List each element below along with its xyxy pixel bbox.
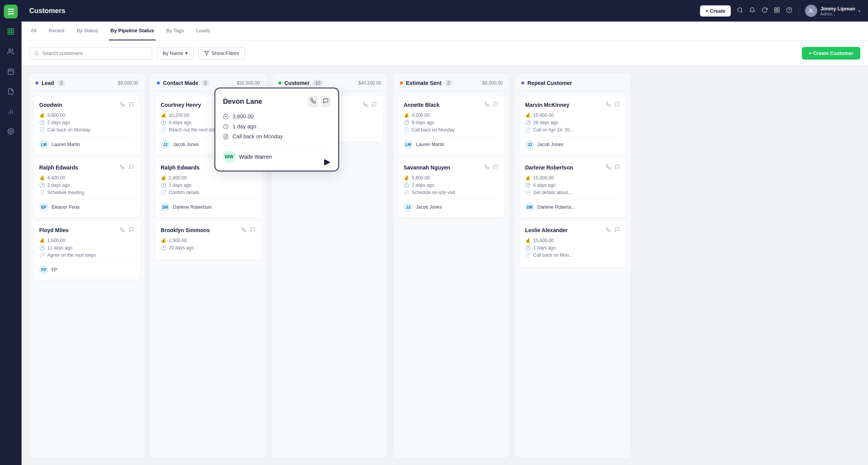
search-icon[interactable] bbox=[737, 7, 743, 15]
card-message-button[interactable] bbox=[249, 226, 256, 234]
card-message-button[interactable] bbox=[492, 101, 499, 109]
card-call-button[interactable] bbox=[119, 226, 126, 234]
col-count: 3 bbox=[57, 80, 65, 86]
card-footer: JJ Jacob Jones bbox=[525, 136, 620, 149]
card-item[interactable]: Goodwin 💰 3,600.00 bbox=[34, 96, 140, 154]
dollar-icon: 💰 bbox=[161, 113, 166, 118]
user-name: Jimmy Lipman bbox=[820, 6, 855, 12]
card-message-button[interactable] bbox=[128, 101, 135, 109]
card-call-button[interactable] bbox=[119, 164, 126, 171]
card-note-row: 📄 Get details about... bbox=[525, 190, 620, 195]
dollar-icon: 💰 bbox=[525, 175, 531, 181]
tab-all[interactable]: All bbox=[29, 22, 38, 40]
logo[interactable] bbox=[4, 5, 18, 18]
sidebar-icon-settings[interactable] bbox=[4, 125, 18, 138]
avatar: JJ bbox=[525, 140, 534, 149]
col-cards: Marvin McKinney 💰 15,600.00 bbox=[515, 91, 630, 457]
card-actions bbox=[119, 164, 135, 171]
card-call-button[interactable] bbox=[484, 101, 490, 109]
col-title: Lead bbox=[42, 80, 54, 86]
popup-message-button[interactable] bbox=[321, 96, 331, 107]
popup-time-row: 1 day ago bbox=[223, 123, 331, 130]
dollar-icon: 💰 bbox=[161, 175, 166, 181]
filter-button[interactable]: Show Filters bbox=[198, 47, 245, 60]
card-item[interactable]: Annette Black 💰 4,200.00 bbox=[398, 96, 504, 154]
card-amount: 4,400.00 bbox=[47, 175, 65, 181]
sidebar-icon-menu[interactable] bbox=[4, 25, 18, 38]
card-call-button[interactable] bbox=[119, 101, 126, 109]
sidebar-icon-contacts[interactable] bbox=[4, 45, 18, 58]
card-message-button[interactable] bbox=[371, 101, 377, 109]
card-header: Annette Black bbox=[404, 101, 499, 109]
clock-icon: 🕐 bbox=[39, 120, 45, 125]
tab-by-tags[interactable]: By Tags bbox=[165, 22, 186, 40]
card-customer-name: Floyd Miles bbox=[39, 227, 68, 233]
notification-icon[interactable] bbox=[749, 7, 755, 15]
user-info[interactable]: JL Jimmy Lipman Admin ▾ bbox=[805, 5, 860, 17]
card-call-button[interactable] bbox=[362, 101, 369, 109]
card-message-button[interactable] bbox=[614, 226, 620, 234]
card-time-row: 🕐 6 days ago bbox=[525, 183, 620, 188]
card-actions bbox=[362, 101, 377, 109]
search-box[interactable] bbox=[29, 47, 152, 60]
tab-by-pipeline-status[interactable]: By Pipeline Status bbox=[109, 22, 155, 40]
card-call-button[interactable] bbox=[241, 226, 247, 234]
card-customer-name: Annette Black bbox=[404, 102, 439, 108]
card-note: Reach out the next day bbox=[169, 127, 216, 133]
tab-leads[interactable]: Leads bbox=[195, 22, 211, 40]
filter-bar: By Name ▾ Show Filters + Create Customer bbox=[22, 41, 868, 66]
sort-button[interactable]: By Name ▾ bbox=[157, 47, 194, 60]
card-time-ago: 2 days ago bbox=[47, 120, 70, 125]
card-call-button[interactable] bbox=[605, 101, 612, 109]
sidebar-icon-reports[interactable] bbox=[4, 105, 18, 118]
svg-rect-12 bbox=[777, 8, 779, 10]
card-note-row: 📄 Call on Apr 24, 20... bbox=[525, 127, 620, 133]
create-customer-button[interactable]: + Create Customer bbox=[802, 47, 860, 60]
clock-icon bbox=[223, 124, 229, 130]
tab-recent[interactable]: Recent bbox=[47, 22, 66, 40]
card-time-ago: 6 days ago bbox=[169, 120, 191, 125]
card-item[interactable]: Brooklyn Simmons 💰 2,500.00 bbox=[155, 221, 261, 260]
chevron-down-icon: ▾ bbox=[858, 9, 860, 13]
card-item[interactable]: Floyd Miles 💰 1,600.00 bbox=[34, 221, 140, 280]
avatar: LM bbox=[404, 140, 413, 149]
search-input[interactable] bbox=[42, 50, 147, 56]
sidebar-icon-files[interactable] bbox=[4, 85, 18, 98]
card-call-button[interactable] bbox=[605, 164, 612, 171]
card-item[interactable]: Leslie Alexander 💰 15,600.00 bbox=[520, 221, 626, 267]
card-time-ago: 1 days ago bbox=[533, 245, 556, 251]
card-call-button[interactable] bbox=[605, 226, 612, 234]
card-customer-name: Marvin McKinney bbox=[525, 102, 569, 108]
card-message-button[interactable] bbox=[614, 101, 620, 109]
card-message-button[interactable] bbox=[492, 164, 499, 171]
card-info: 💰 3,600.00 🕐 2 days ago 📄 Call back on M… bbox=[39, 113, 135, 133]
card-message-button[interactable] bbox=[128, 226, 135, 234]
card-item[interactable]: Darlene Robertson 💰 15,600.00 bbox=[520, 158, 626, 217]
card-message-button[interactable] bbox=[614, 164, 620, 171]
tab-by-status[interactable]: By Status bbox=[75, 22, 100, 40]
card-call-button[interactable] bbox=[484, 164, 490, 171]
refresh-icon[interactable] bbox=[762, 7, 768, 15]
popup-card[interactable]: Devon Lane 3,600.00 1 day ago Ca bbox=[215, 88, 338, 171]
card-time-row: 🕐 9 days ago bbox=[404, 120, 499, 125]
card-header: Brooklyn Simmons bbox=[161, 226, 256, 234]
topnav-create-button[interactable]: + Create bbox=[700, 5, 731, 17]
card-message-button[interactable] bbox=[128, 164, 135, 171]
card-item[interactable]: Ralph Edwards 💰 4,400.00 bbox=[34, 158, 140, 217]
card-note: Call on Apr 24, 20... bbox=[533, 127, 574, 133]
help-icon[interactable] bbox=[786, 7, 792, 15]
grid-icon[interactable] bbox=[774, 7, 780, 15]
card-actions bbox=[484, 101, 499, 109]
note-icon: 📄 bbox=[404, 127, 409, 133]
card-time-ago: 9 days ago bbox=[412, 120, 434, 125]
sidebar-icon-calendar[interactable] bbox=[4, 65, 18, 78]
popup-call-button[interactable] bbox=[308, 96, 318, 107]
card-amount: 15,600.00 bbox=[533, 238, 554, 243]
svg-line-18 bbox=[38, 54, 38, 55]
card-amount: 15,600.00 bbox=[533, 175, 554, 181]
card-item[interactable]: Marvin McKinney 💰 15,600.00 bbox=[520, 96, 626, 154]
card-info: 💰 4,200.00 🕐 9 days ago 📄 Call back on M… bbox=[404, 113, 499, 133]
card-amount: 10,200.00 bbox=[169, 113, 189, 118]
card-actions bbox=[484, 164, 499, 171]
card-item[interactable]: Savannah Nguyen 💰 5,800.00 bbox=[398, 158, 504, 217]
